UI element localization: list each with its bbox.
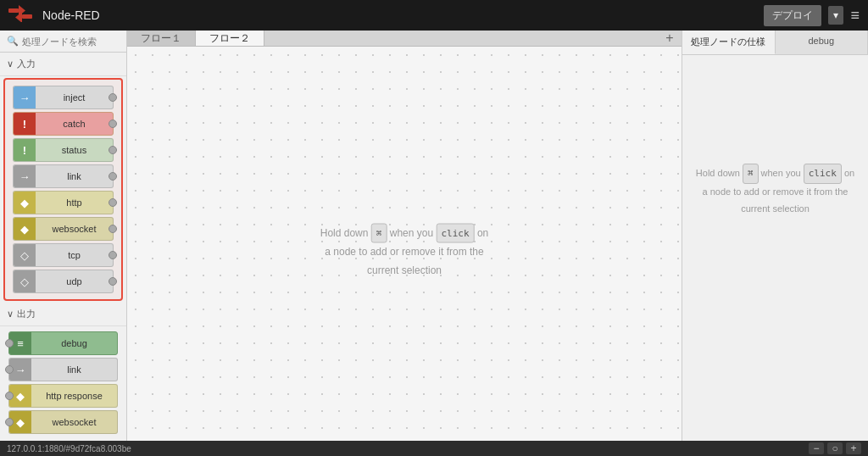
websocket-in-label: websocket	[36, 224, 113, 234]
tab-flow2[interactable]: フロー２	[196, 31, 264, 46]
hint-text-post: on	[844, 168, 854, 178]
right-tab-debug[interactable]: debug	[776, 31, 869, 54]
catch-output-port	[108, 120, 117, 128]
search-icon: 🔍	[7, 36, 19, 47]
http-in-output-port	[108, 198, 117, 207]
svg-rect-0	[8, 8, 19, 13]
deploy-label: デプロイ	[772, 8, 813, 23]
link-in-label: link	[36, 171, 113, 181]
status-bar: 127.0.0.1:1880/#9d72fca8.003be − ○ +	[0, 441, 868, 456]
tab-flow2-label: フロー２	[209, 31, 250, 46]
topbar: Node-RED デプロイ ▾ ≡	[0, 0, 868, 31]
section-input-header[interactable]: ∨ 入力	[0, 53, 126, 76]
catch-label: catch	[36, 119, 113, 129]
tcp-in-output-port	[108, 251, 117, 259]
right-tab-spec-label: 処理ノードの仕様	[691, 36, 765, 47]
menu-button[interactable]: ≡	[850, 7, 860, 25]
node-websocket-in[interactable]: ◆ websocket	[13, 217, 114, 241]
websocket-out-input-port	[5, 418, 14, 426]
link-out-label: link	[31, 364, 117, 375]
flow-canvas[interactable]: Hold down ⌘ when you click on a node to …	[127, 47, 682, 456]
section-output-header[interactable]: ∨ 出力	[0, 303, 126, 326]
tcp-in-icon: ◇	[14, 244, 36, 266]
node-link-in[interactable]: → link	[13, 164, 114, 188]
output-nodes-list: ≡ debug → link ◆ http response ◆ websock…	[3, 328, 123, 437]
right-tab-spec[interactable]: 処理ノードの仕様	[682, 31, 776, 54]
http-in-icon: ◆	[14, 192, 36, 214]
canvas-wrapper: フロー１ フロー２ + Hold down ⌘ when you click o…	[127, 31, 682, 456]
zoom-controls: − ○ +	[809, 442, 861, 454]
hint-post: on	[477, 226, 488, 238]
node-websocket-out[interactable]: ◆ websocket	[8, 410, 118, 434]
inject-label: inject	[36, 92, 113, 103]
http-resp-input-port	[5, 392, 14, 400]
hint-text-mid: when you	[761, 168, 804, 178]
node-debug-out[interactable]: ≡ debug	[8, 331, 118, 355]
search-box: 🔍	[0, 31, 126, 53]
sidebar: 🔍 ∨ 入力 → inject ! catch !	[0, 31, 127, 456]
search-input[interactable]	[22, 36, 120, 47]
right-hint-line3: current selection	[741, 203, 810, 214]
tab-row: フロー１ フロー２ +	[127, 31, 682, 47]
status-output-port	[108, 146, 117, 154]
tcp-in-label: tcp	[36, 250, 113, 260]
catch-icon: !	[14, 113, 36, 135]
input-nodes-list: → inject ! catch ! status → link	[8, 82, 119, 297]
right-panel-content: Hold down ⌘ when you click on a node to …	[682, 55, 868, 456]
udp-in-label: udp	[36, 276, 113, 286]
link-in-icon: →	[14, 165, 36, 187]
hint-line2: a node to add or remove it from the	[325, 246, 483, 258]
node-red-logo	[8, 5, 32, 26]
node-http-in[interactable]: ◆ http	[13, 191, 114, 214]
http-resp-label: http response	[31, 391, 117, 401]
svg-rect-2	[22, 14, 32, 19]
deploy-dropdown-button[interactable]: ▾	[828, 6, 843, 25]
input-nodes-group: → inject ! catch ! status → link	[3, 78, 123, 301]
canvas-hint: Hold down ⌘ when you click on a node to …	[320, 223, 489, 280]
status-label: status	[36, 145, 113, 155]
node-http-response[interactable]: ◆ http response	[8, 384, 118, 408]
chevron-down-icon-output: ∨	[7, 309, 14, 320]
inject-icon: →	[14, 86, 36, 108]
tab-flow1[interactable]: フロー１	[127, 31, 196, 46]
deploy-button[interactable]: デプロイ	[764, 5, 821, 26]
node-status[interactable]: ! status	[13, 138, 114, 162]
hint-text-pre: Hold down	[696, 168, 743, 178]
section-output-label: 出力	[17, 308, 36, 320]
hint-key2: click	[436, 223, 474, 243]
main-layout: 🔍 ∨ 入力 → inject ! catch !	[0, 31, 868, 456]
right-tab-debug-label: debug	[808, 36, 834, 46]
hint-key1: ⌘	[371, 223, 387, 243]
right-panel: 処理ノードの仕様 debug Hold down ⌘ when you clic…	[682, 31, 868, 456]
websocket-out-label: websocket	[31, 417, 117, 427]
add-tab-button[interactable]: +	[658, 31, 682, 46]
debug-input-port	[5, 339, 14, 348]
right-panel-hint: Hold down ⌘ when you click on a node to …	[689, 164, 861, 217]
link-in-output-port	[108, 172, 117, 181]
topbar-left: Node-RED	[8, 5, 100, 26]
link-out-input-port	[5, 365, 14, 374]
node-link-out[interactable]: → link	[8, 358, 118, 381]
zoom-reset-button[interactable]: ○	[827, 442, 843, 454]
debug-out-label: debug	[31, 338, 117, 348]
node-catch[interactable]: ! catch	[13, 112, 114, 136]
node-udp-in[interactable]: ◇ udp	[13, 270, 114, 293]
udp-in-icon: ◇	[14, 270, 36, 292]
right-hint-line2: a node to add or remove it from the	[703, 186, 849, 197]
inject-output-port	[108, 93, 117, 102]
node-inject[interactable]: → inject	[13, 86, 114, 109]
node-tcp-in[interactable]: ◇ tcp	[13, 243, 114, 267]
status-url: 127.0.0.1:1880/#9d72fca8.003be	[7, 444, 131, 453]
websocket-in-icon: ◆	[14, 218, 36, 240]
right-panel-tabs: 処理ノードの仕様 debug	[682, 31, 868, 55]
chevron-down-icon: ∨	[7, 58, 14, 70]
right-hint-key1: ⌘	[743, 164, 759, 184]
zoom-in-button[interactable]: +	[846, 442, 861, 454]
udp-in-output-port	[108, 277, 117, 286]
hint-mid: when you	[390, 226, 437, 238]
hint-line3: current selection	[367, 264, 442, 275]
tab-flow1-label: フロー１	[141, 31, 181, 46]
zoom-out-button[interactable]: −	[809, 442, 824, 454]
topbar-right: デプロイ ▾ ≡	[764, 5, 860, 26]
websocket-in-output-port	[108, 225, 117, 233]
